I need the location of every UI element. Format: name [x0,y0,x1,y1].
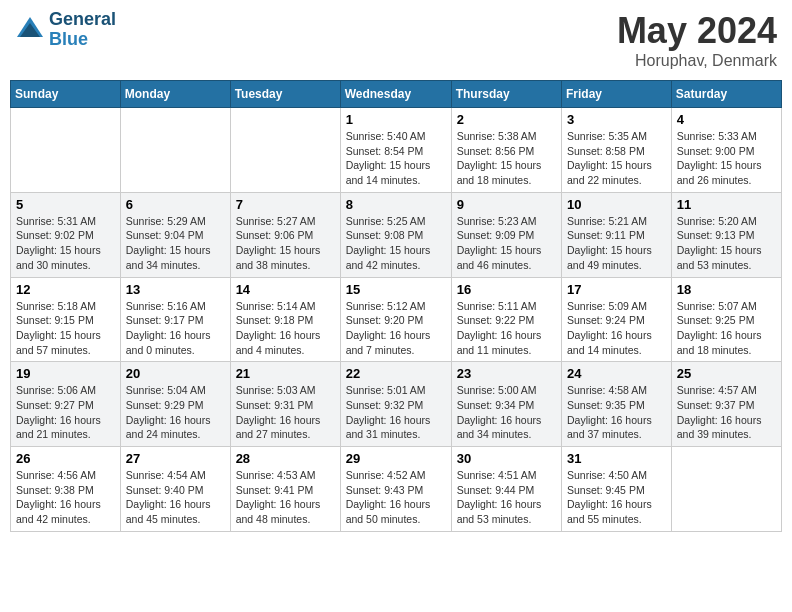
day-info: Sunrise: 5:25 AMSunset: 9:08 PMDaylight:… [346,214,446,273]
day-number: 11 [677,197,776,212]
day-number: 17 [567,282,666,297]
day-info: Sunrise: 5:04 AMSunset: 9:29 PMDaylight:… [126,383,225,442]
weekday-header: Sunday [11,81,121,108]
day-info: Sunrise: 5:09 AMSunset: 9:24 PMDaylight:… [567,299,666,358]
day-info: Sunrise: 5:18 AMSunset: 9:15 PMDaylight:… [16,299,115,358]
calendar-day-cell [671,447,781,532]
calendar-day-cell: 31Sunrise: 4:50 AMSunset: 9:45 PMDayligh… [562,447,672,532]
day-number: 6 [126,197,225,212]
calendar-day-cell: 10Sunrise: 5:21 AMSunset: 9:11 PMDayligh… [562,192,672,277]
calendar-week-row: 12Sunrise: 5:18 AMSunset: 9:15 PMDayligh… [11,277,782,362]
day-number: 14 [236,282,335,297]
weekday-header: Friday [562,81,672,108]
calendar-week-row: 1Sunrise: 5:40 AMSunset: 8:54 PMDaylight… [11,108,782,193]
day-info: Sunrise: 4:53 AMSunset: 9:41 PMDaylight:… [236,468,335,527]
weekday-header: Wednesday [340,81,451,108]
calendar-day-cell: 17Sunrise: 5:09 AMSunset: 9:24 PMDayligh… [562,277,672,362]
calendar-day-cell: 29Sunrise: 4:52 AMSunset: 9:43 PMDayligh… [340,447,451,532]
calendar-table: SundayMondayTuesdayWednesdayThursdayFrid… [10,80,782,532]
weekday-header: Saturday [671,81,781,108]
day-number: 15 [346,282,446,297]
day-number: 22 [346,366,446,381]
day-number: 9 [457,197,556,212]
day-number: 18 [677,282,776,297]
calendar-day-cell: 6Sunrise: 5:29 AMSunset: 9:04 PMDaylight… [120,192,230,277]
calendar-day-cell: 9Sunrise: 5:23 AMSunset: 9:09 PMDaylight… [451,192,561,277]
location-subtitle: Horuphav, Denmark [617,52,777,70]
calendar-day-cell: 16Sunrise: 5:11 AMSunset: 9:22 PMDayligh… [451,277,561,362]
day-number: 7 [236,197,335,212]
day-info: Sunrise: 5:14 AMSunset: 9:18 PMDaylight:… [236,299,335,358]
calendar-day-cell: 5Sunrise: 5:31 AMSunset: 9:02 PMDaylight… [11,192,121,277]
calendar-day-cell: 19Sunrise: 5:06 AMSunset: 9:27 PMDayligh… [11,362,121,447]
day-number: 5 [16,197,115,212]
calendar-day-cell: 14Sunrise: 5:14 AMSunset: 9:18 PMDayligh… [230,277,340,362]
day-info: Sunrise: 5:21 AMSunset: 9:11 PMDaylight:… [567,214,666,273]
day-info: Sunrise: 5:07 AMSunset: 9:25 PMDaylight:… [677,299,776,358]
calendar-day-cell: 3Sunrise: 5:35 AMSunset: 8:58 PMDaylight… [562,108,672,193]
day-info: Sunrise: 5:03 AMSunset: 9:31 PMDaylight:… [236,383,335,442]
logo-line2: Blue [49,30,116,50]
weekday-header-row: SundayMondayTuesdayWednesdayThursdayFrid… [11,81,782,108]
weekday-header: Monday [120,81,230,108]
weekday-header: Tuesday [230,81,340,108]
calendar-day-cell: 13Sunrise: 5:16 AMSunset: 9:17 PMDayligh… [120,277,230,362]
calendar-day-cell [120,108,230,193]
logo-text: General Blue [49,10,116,50]
day-number: 10 [567,197,666,212]
day-number: 3 [567,112,666,127]
calendar-day-cell: 2Sunrise: 5:38 AMSunset: 8:56 PMDaylight… [451,108,561,193]
day-info: Sunrise: 5:27 AMSunset: 9:06 PMDaylight:… [236,214,335,273]
day-info: Sunrise: 5:16 AMSunset: 9:17 PMDaylight:… [126,299,225,358]
day-info: Sunrise: 5:23 AMSunset: 9:09 PMDaylight:… [457,214,556,273]
calendar-day-cell [230,108,340,193]
day-info: Sunrise: 5:31 AMSunset: 9:02 PMDaylight:… [16,214,115,273]
day-number: 21 [236,366,335,381]
day-number: 27 [126,451,225,466]
day-number: 29 [346,451,446,466]
day-info: Sunrise: 4:57 AMSunset: 9:37 PMDaylight:… [677,383,776,442]
day-info: Sunrise: 4:56 AMSunset: 9:38 PMDaylight:… [16,468,115,527]
day-info: Sunrise: 5:29 AMSunset: 9:04 PMDaylight:… [126,214,225,273]
day-number: 25 [677,366,776,381]
day-number: 4 [677,112,776,127]
page-header: General Blue May 2024 Horuphav, Denmark [10,10,782,70]
day-info: Sunrise: 5:00 AMSunset: 9:34 PMDaylight:… [457,383,556,442]
calendar-day-cell: 18Sunrise: 5:07 AMSunset: 9:25 PMDayligh… [671,277,781,362]
calendar-day-cell: 12Sunrise: 5:18 AMSunset: 9:15 PMDayligh… [11,277,121,362]
day-number: 1 [346,112,446,127]
day-number: 13 [126,282,225,297]
day-number: 19 [16,366,115,381]
day-info: Sunrise: 5:06 AMSunset: 9:27 PMDaylight:… [16,383,115,442]
calendar-day-cell: 15Sunrise: 5:12 AMSunset: 9:20 PMDayligh… [340,277,451,362]
day-number: 16 [457,282,556,297]
day-number: 28 [236,451,335,466]
day-info: Sunrise: 5:20 AMSunset: 9:13 PMDaylight:… [677,214,776,273]
calendar-day-cell: 22Sunrise: 5:01 AMSunset: 9:32 PMDayligh… [340,362,451,447]
logo: General Blue [15,10,116,50]
day-info: Sunrise: 4:50 AMSunset: 9:45 PMDaylight:… [567,468,666,527]
title-block: May 2024 Horuphav, Denmark [617,10,777,70]
day-number: 8 [346,197,446,212]
day-number: 23 [457,366,556,381]
calendar-day-cell: 28Sunrise: 4:53 AMSunset: 9:41 PMDayligh… [230,447,340,532]
calendar-day-cell: 24Sunrise: 4:58 AMSunset: 9:35 PMDayligh… [562,362,672,447]
calendar-day-cell: 7Sunrise: 5:27 AMSunset: 9:06 PMDaylight… [230,192,340,277]
calendar-day-cell: 4Sunrise: 5:33 AMSunset: 9:00 PMDaylight… [671,108,781,193]
calendar-day-cell: 1Sunrise: 5:40 AMSunset: 8:54 PMDaylight… [340,108,451,193]
day-number: 26 [16,451,115,466]
day-number: 30 [457,451,556,466]
calendar-day-cell: 26Sunrise: 4:56 AMSunset: 9:38 PMDayligh… [11,447,121,532]
day-info: Sunrise: 5:35 AMSunset: 8:58 PMDaylight:… [567,129,666,188]
calendar-week-row: 5Sunrise: 5:31 AMSunset: 9:02 PMDaylight… [11,192,782,277]
day-number: 2 [457,112,556,127]
day-number: 24 [567,366,666,381]
calendar-day-cell: 23Sunrise: 5:00 AMSunset: 9:34 PMDayligh… [451,362,561,447]
day-info: Sunrise: 5:12 AMSunset: 9:20 PMDaylight:… [346,299,446,358]
calendar-week-row: 26Sunrise: 4:56 AMSunset: 9:38 PMDayligh… [11,447,782,532]
calendar-day-cell: 27Sunrise: 4:54 AMSunset: 9:40 PMDayligh… [120,447,230,532]
calendar-day-cell: 25Sunrise: 4:57 AMSunset: 9:37 PMDayligh… [671,362,781,447]
day-number: 20 [126,366,225,381]
weekday-header: Thursday [451,81,561,108]
day-info: Sunrise: 5:01 AMSunset: 9:32 PMDaylight:… [346,383,446,442]
